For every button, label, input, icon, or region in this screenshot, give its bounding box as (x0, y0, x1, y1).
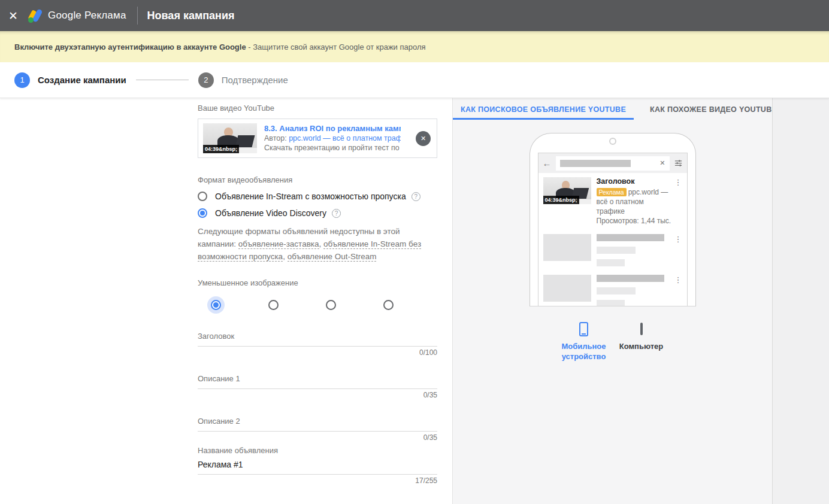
headline-input[interactable] (198, 341, 437, 347)
preview-searchbar: ← ✕ (538, 153, 687, 173)
phone-mockup: ← ✕ 04:39&nbsp; Заголовок (530, 133, 696, 306)
logo-green-dot (28, 17, 34, 23)
ad-name-label: Название объявления (198, 446, 437, 455)
skeleton-result-row: ⋮ (538, 271, 687, 306)
youtube-video-card: 04:39&nbsp; 8.3. Анализ ROI по рекламным… (198, 119, 437, 158)
clear-search-icon: ✕ (659, 159, 665, 167)
ad-preview-panel: КАК ПОИСКОВОЕ ОБЪЯВЛЕНИЕ YOUTUBE КАК ПОХ… (452, 98, 772, 504)
help-icon[interactable]: ? (412, 192, 420, 201)
ad-result-row: 04:39&nbsp; Заголовок Рекламаppc.world —… (538, 173, 687, 230)
thumbnail-radio-3[interactable] (326, 300, 336, 310)
desktop-monitor-icon (640, 324, 643, 335)
video-title-link[interactable]: 8.3. Анализ ROI по рекламным камп… (264, 124, 401, 133)
device-toggle: Мобильное устройство Компьютер (453, 322, 772, 362)
step-2-label: Подтверждение (222, 75, 288, 85)
device-desktop[interactable]: Компьютер (615, 322, 668, 351)
google-ads-logo (26, 9, 43, 23)
step-1-circle: 1 (14, 72, 30, 88)
more-options-icon: ⋮ (674, 234, 682, 266)
unavailable-formats-text: Следующие форматы объявлений недоступны … (198, 225, 437, 263)
search-input-placeholder: ✕ (556, 156, 670, 171)
headline-label: Заголовок (198, 332, 437, 341)
format-option-video-discovery[interactable]: Объявление Video Discovery ? (198, 208, 437, 218)
thumbnail-radios (198, 300, 437, 310)
description1-label: Описание 1 (198, 374, 437, 383)
thumbnail-radio-2[interactable] (268, 300, 279, 310)
ad-name-field: Название объявления Реклама #1 17/255 (198, 446, 437, 485)
link-outstream[interactable]: объявление Out-Stream (288, 252, 377, 262)
help-icon[interactable]: ? (332, 209, 341, 218)
stepper-connector (136, 80, 189, 80)
step-1-label: Создание кампании (38, 75, 126, 85)
right-gutter (772, 98, 829, 504)
step-2-circle: 2 (198, 72, 214, 88)
description1-counter: 0/35 (198, 391, 437, 399)
preview-tabs: КАК ПОИСКОВОЕ ОБЪЯВЛЕНИЕ YOUTUBE КАК ПОХ… (453, 98, 772, 120)
tab-related-video-youtube[interactable]: КАК ПОХОЖЕЕ ВИДЕО YOUTUBE (642, 98, 785, 120)
headline-counter: 0/100 (198, 349, 437, 357)
description2-field: Описание 2 0/35 (198, 417, 437, 442)
more-options-icon: ⋮ (674, 177, 682, 226)
description1-input[interactable] (198, 383, 437, 389)
description2-label: Описание 2 (198, 417, 437, 426)
ad-badge: Реклама (597, 188, 627, 196)
result-duration-badge: 04:39&nbsp; (543, 196, 579, 204)
headline-field: Заголовок 0/100 (198, 332, 437, 357)
step-campaign-creation[interactable]: 1 Создание кампании (14, 72, 126, 88)
video-duration-badge: 04:39&nbsp; (203, 145, 239, 153)
format-option-instream[interactable]: Объявление In-Stream с возможностью проп… (198, 192, 437, 201)
thumbnail-radio-4[interactable] (383, 300, 394, 310)
app-header: ✕ Google Реклама Новая кампания (0, 0, 829, 31)
ad-form-area: Ваше видео YouTube 04:39&nbsp; 8.3. Анал… (0, 98, 452, 504)
filter-tune-icon (674, 159, 683, 168)
video-description: Скачать презентацию и пройти тест по … (264, 143, 401, 153)
thumbnail-section-label: Уменьшенное изображение (198, 278, 437, 287)
radio-selected-icon[interactable] (198, 208, 207, 218)
brand-name: Google Реклама (48, 10, 126, 22)
page-title: Новая кампания (147, 10, 235, 22)
notice-rest-text: - Защитите свой аккаунт Google от кражи … (246, 42, 426, 51)
description1-field: Описание 1 0/35 (198, 374, 437, 399)
step-confirmation[interactable]: 2 Подтверждение (198, 72, 288, 88)
video-section-label: Ваше видео YouTube (198, 104, 437, 113)
ad-name-input[interactable]: Реклама #1 (198, 455, 437, 475)
back-arrow-icon: ← (543, 158, 552, 168)
security-notice-banner: Включите двухэтапную аутентификацию в ак… (0, 31, 829, 62)
phone-camera-icon (609, 138, 616, 145)
thumbnail-radio-1[interactable] (211, 300, 221, 310)
header-divider (137, 7, 138, 25)
link-bumper-ad[interactable]: объявление-заставка (238, 239, 319, 249)
ad-name-counter: 17/255 (198, 477, 437, 485)
format-section-label: Формат видеообъявления (198, 175, 437, 184)
description2-counter: 0/35 (198, 434, 437, 442)
result-title: Заголовок (597, 177, 674, 186)
device-mobile[interactable]: Мобильное устройство (557, 322, 611, 362)
close-icon[interactable]: ✕ (8, 9, 26, 23)
search-query-placeholder (560, 160, 631, 167)
campaign-stepper: 1 Создание кампании 2 Подтверждение (0, 62, 829, 98)
phone-screen: ← ✕ 04:39&nbsp; Заголовок (538, 153, 688, 306)
skeleton-result-row: ⋮ (538, 230, 687, 271)
remove-video-button[interactable]: ✕ (416, 131, 431, 146)
result-thumbnail: 04:39&nbsp; (543, 177, 591, 204)
video-channel-link[interactable]: ppc.world — всё о платном трафи… (289, 134, 401, 142)
more-options-icon: ⋮ (674, 275, 682, 306)
mobile-phone-icon (579, 322, 588, 336)
notice-bold-text: Включите двухэтапную аутентификацию в ак… (14, 42, 246, 51)
description2-input[interactable] (198, 426, 437, 432)
result-views: Просмотров: 1,44 тыс. (597, 216, 674, 226)
video-author-prefix: Автор: (264, 134, 289, 142)
video-thumbnail: 04:39&nbsp; (203, 123, 257, 153)
tab-search-ad-youtube[interactable]: КАК ПОИСКОВОЕ ОБЪЯВЛЕНИЕ YOUTUBE (453, 98, 634, 120)
radio-unselected-icon[interactable] (198, 192, 207, 201)
